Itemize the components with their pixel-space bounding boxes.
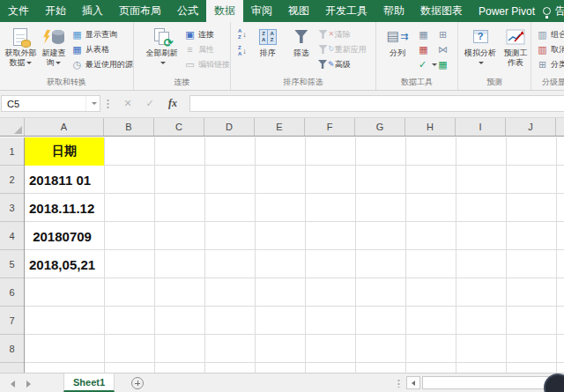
clear-filter-label: 清除 <box>335 29 351 41</box>
menu-tab-developer[interactable]: 开发工具 <box>317 0 375 22</box>
sheet-tab-sheet1[interactable]: Sheet1 <box>63 374 115 392</box>
row-header-9[interactable]: 9 <box>0 363 24 373</box>
chevron-down-icon <box>92 102 97 105</box>
what-if-analysis-button[interactable]: ? 模拟分析 <box>463 25 498 69</box>
formula-input[interactable] <box>189 95 564 112</box>
cell-a1[interactable]: 日期 <box>25 137 104 166</box>
group-button[interactable]: ▥ 组合 <box>537 27 564 41</box>
advanced-filter-button[interactable]: ✎ 高级 <box>321 57 367 71</box>
menu-tab-formulas[interactable]: 公式 <box>169 0 206 22</box>
forecast-sheet-button[interactable]: 预测工作表 <box>501 25 531 69</box>
sort-ascending-button[interactable]: AZ ↓ <box>238 27 247 41</box>
cell-a3[interactable]: 2018.11.12 <box>25 194 104 222</box>
menu-tab-view[interactable]: 视图 <box>280 0 317 22</box>
column-header-c[interactable]: C <box>154 118 204 136</box>
select-all-corner[interactable] <box>0 118 25 136</box>
gridline <box>305 137 306 373</box>
name-box-dropdown[interactable] <box>85 96 100 111</box>
text-to-columns-button[interactable]: ▤⇉ 分列 <box>382 25 413 58</box>
edit-links-label: 编辑链接 <box>198 59 230 70</box>
sheet-nav-left-icon[interactable] <box>11 381 15 388</box>
subtotal-label: 分类汇总 <box>551 59 564 70</box>
from-table-button[interactable]: ▦ 从表格 <box>71 42 133 56</box>
row-header-8[interactable]: 8 <box>0 335 24 363</box>
group-label-get-transform: 获取和转换 <box>0 77 133 88</box>
row-header-3[interactable]: 3 <box>0 194 24 222</box>
menu-tab-help[interactable]: 帮助 <box>375 0 412 22</box>
data-validation-button[interactable]: ✓ <box>418 57 437 71</box>
cell-a2[interactable]: 201811 01 <box>25 166 104 194</box>
relationships-button[interactable]: ⋈ <box>437 42 456 56</box>
group-label-forecast: 预测 <box>458 77 531 88</box>
menu-tab-review[interactable]: 审阅 <box>243 0 280 22</box>
sheet-grid[interactable]: 日期 201811 01 2018.11.12 20180709 2018,05… <box>25 137 564 373</box>
clear-filter-icon: ✕ <box>321 29 332 41</box>
menu-tab-data-chart[interactable]: 数据图表 <box>412 0 471 22</box>
add-sheet-button[interactable] <box>131 377 144 389</box>
dropdown-caret-icon <box>479 62 484 64</box>
tell-me-box[interactable]: 告诉我 <box>543 0 564 22</box>
filter-button[interactable]: 筛选 <box>287 25 315 58</box>
row-header-1[interactable]: 1 <box>0 137 24 166</box>
column-header-g[interactable]: G <box>355 118 405 136</box>
column-header-d[interactable]: D <box>204 118 255 136</box>
column-header-j[interactable]: J <box>506 118 556 136</box>
what-if-analysis-label: 模拟分析 <box>464 48 496 57</box>
get-external-data-button[interactable]: 获取外部数据 <box>3 25 39 69</box>
formula-bar-splitter[interactable] <box>107 99 109 108</box>
menu-tab-page-layout[interactable]: 页面布局 <box>111 0 169 22</box>
group-label: 组合 <box>551 29 564 41</box>
group-connections: ⟳ 全部刷新 ▣ 连接 ≡ 属性 ▭ 编辑链接 <box>134 22 231 90</box>
formula-bar: C5 ✕ ✓ fx <box>0 91 564 117</box>
column-header-h[interactable]: H <box>405 118 456 136</box>
relationships-icon: ⋈ <box>437 44 449 55</box>
text-to-columns-icon: ▤⇉ <box>387 25 408 48</box>
column-header-a[interactable]: A <box>25 118 104 136</box>
menu-tab-insert[interactable]: 插入 <box>74 0 111 22</box>
enter-button[interactable]: ✓ <box>141 95 159 112</box>
menu-tab-home[interactable]: 开始 <box>37 0 74 22</box>
new-query-button[interactable]: 新建查询 <box>39 25 69 69</box>
ungroup-button[interactable]: ▥ 取消组合 <box>537 42 564 56</box>
sort-button[interactable]: ZA AZ 排序 <box>254 25 282 58</box>
menu-tab-power-pivot[interactable]: Power Pivot <box>471 0 543 22</box>
column-header-f[interactable]: F <box>305 118 355 136</box>
flash-fill-button[interactable]: ▦ <box>418 27 437 41</box>
name-box[interactable]: C5 <box>1 95 100 112</box>
cell-a4[interactable]: 20180709 <box>25 222 104 250</box>
manage-data-model-button[interactable]: ▦ <box>437 57 456 71</box>
group-label-sort-filter: 排序和筛选 <box>231 77 375 88</box>
cell-a5[interactable]: 2018,05,21 <box>25 250 104 278</box>
column-header-i[interactable]: I <box>456 118 506 136</box>
sheet-tab-bar: Sheet1 <box>0 373 564 392</box>
hscroll-track[interactable] <box>422 376 556 389</box>
menu-tab-data-active[interactable]: 数据 <box>206 0 243 22</box>
row-header-7[interactable]: 7 <box>0 307 24 335</box>
show-queries-button[interactable]: ▦ 显示查询 <box>71 27 133 41</box>
row-header-2[interactable]: 2 <box>0 166 24 194</box>
clear-filter-button-disabled: ✕ 清除 <box>321 27 367 41</box>
row-header-5[interactable]: 5 <box>0 250 24 278</box>
menu-tab-file[interactable]: 文件 <box>0 0 37 22</box>
sheet-nav-right-icon[interactable] <box>26 381 31 388</box>
group-data-tools: ▤⇉ 分列 ▦ ⊞ ▦ ⋈ ✓ ▦ 数据工具 <box>376 22 458 90</box>
column-header-partial[interactable] <box>556 118 564 136</box>
connections-button[interactable]: ▣ 连接 <box>184 27 230 41</box>
hscroll-left-button[interactable] <box>406 376 420 389</box>
left-arrow-icon <box>412 381 415 386</box>
what-if-analysis-icon: ? <box>473 25 488 48</box>
dropdown-caret-icon <box>56 62 61 64</box>
row-header-6[interactable]: 6 <box>0 278 24 307</box>
column-header-b[interactable]: B <box>104 118 154 136</box>
column-header-e[interactable]: E <box>255 118 305 136</box>
row-header-4[interactable]: 4 <box>0 222 24 250</box>
consolidate-button[interactable]: ⊞ <box>437 27 456 41</box>
cancel-button[interactable]: ✕ <box>119 95 137 112</box>
refresh-all-button[interactable]: ⟳ 全部刷新 <box>143 25 181 69</box>
subtotal-button[interactable]: ⊞ 分类汇总 <box>537 57 564 71</box>
tab-scroll-splitter[interactable] <box>397 379 400 388</box>
insert-function-button[interactable]: fx <box>164 95 182 112</box>
recent-sources-button[interactable]: ◷ 最近使用的源 <box>71 57 133 71</box>
sort-descending-button[interactable]: ZA ↓ <box>238 44 247 57</box>
remove-duplicates-button[interactable]: ▦ <box>418 42 437 56</box>
